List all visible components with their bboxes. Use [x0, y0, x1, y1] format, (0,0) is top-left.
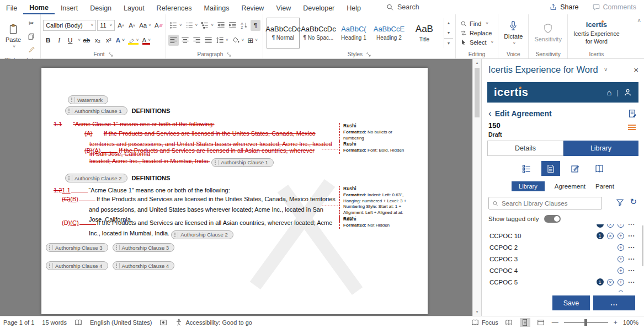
menu-tab-layout[interactable]: Layout	[118, 1, 151, 14]
deleted-intro-paragraph[interactable]: 1.1“Acme Clause 1” means one or both of …	[54, 119, 332, 130]
borders-button[interactable]: ⊞˅	[246, 35, 259, 46]
macro-record-button[interactable]	[159, 319, 167, 326]
style-heading1[interactable]: AaBbC( Heading 1	[337, 18, 370, 49]
subtab-library[interactable]: Library	[512, 181, 545, 191]
page-indicator[interactable]: Page 1 of 1	[3, 319, 34, 326]
grow-font-button[interactable]: A˄	[116, 20, 126, 31]
authorship-clause3-open-tag[interactable]: Authorship Clause 3	[46, 243, 108, 252]
content-control-handle-icon[interactable]	[70, 97, 75, 103]
paste-button[interactable]: Paste ˅	[2, 15, 24, 57]
scrollbar-thumb[interactable]	[475, 68, 480, 117]
cut-button[interactable]: ✂	[26, 18, 36, 29]
user-icon[interactable]	[624, 88, 632, 96]
add-clause-icon[interactable]: +	[618, 224, 624, 228]
authorship-clause4-close-tag[interactable]: Authorship Clause 4	[113, 261, 175, 270]
font-dialog-launcher-icon[interactable]	[109, 52, 113, 57]
add-clause-icon[interactable]: +	[618, 256, 624, 262]
content-control-handle-icon[interactable]	[115, 263, 120, 268]
content-control-handle-icon[interactable]	[48, 263, 53, 268]
document-canvas[interactable]: Watermark Authorship Clause 1 DEFINITION…	[0, 59, 472, 316]
underline-button[interactable]: U	[65, 35, 75, 46]
revision-callout[interactable]: Rushi Formatted: No bullets or numbering	[339, 123, 412, 141]
accessibility-status[interactable]: Accessibility: Good to go	[175, 319, 252, 326]
library-search-input[interactable]	[502, 200, 598, 207]
authorship-clause1-close-tag[interactable]: Authorship Clause 1	[211, 158, 274, 167]
row-more-icon[interactable]: …	[628, 265, 635, 273]
font-family-combo[interactable]: Calibri (Body) ˅	[43, 20, 96, 31]
add-clause-icon[interactable]: +	[618, 291, 624, 292]
collapse-ribbon-button[interactable]: ˄	[637, 18, 641, 24]
text-effects-button[interactable]: A˅	[115, 35, 126, 46]
menu-tab-review[interactable]: Review	[235, 1, 270, 14]
clause-row-partial[interactable]: × + …	[482, 224, 641, 230]
underline-caret-icon[interactable]: ˅	[78, 38, 81, 42]
show-formatting-marks-button[interactable]: ¶	[251, 20, 260, 31]
row-more-icon[interactable]: …	[628, 230, 635, 238]
refresh-icon[interactable]: ↻	[630, 197, 637, 207]
line-spacing-button[interactable]: ˅	[215, 35, 230, 46]
align-center-button[interactable]	[180, 35, 190, 46]
document-page[interactable]: Watermark Authorship Clause 1 DEFINITION…	[41, 68, 428, 314]
clauses-document-tab[interactable]	[541, 161, 560, 176]
zoom-in-button[interactable]: +	[614, 319, 618, 326]
details-list-tab[interactable]	[517, 161, 536, 176]
bullets-button[interactable]: ˅	[168, 20, 183, 31]
deleted-item-b-paragraph[interactable]: (B)(A)If the Products and Services are l…	[84, 146, 334, 167]
content-control-handle-icon[interactable]	[173, 232, 178, 238]
library-search-box[interactable]	[488, 197, 602, 209]
menu-tab-design[interactable]: Design	[84, 1, 118, 14]
clause-row[interactable]: CCPOC 10 1 × + …	[482, 230, 641, 241]
menu-tab-references[interactable]: References	[151, 1, 198, 14]
content-control-handle-icon[interactable]	[67, 108, 72, 114]
row-more-icon[interactable]: …	[628, 253, 635, 261]
home-icon[interactable]: ⌂	[607, 88, 612, 97]
agreement-document-icon[interactable]	[628, 109, 637, 119]
compose-tab[interactable]	[566, 161, 584, 176]
scroll-up-icon[interactable]: ▴	[473, 59, 481, 67]
styles-dialog-launcher-icon[interactable]	[366, 52, 371, 57]
superscript-button[interactable]: x²	[104, 35, 114, 46]
add-clause-icon[interactable]: +	[618, 279, 624, 286]
style-normal[interactable]: AaBbCcDc ¶ Normal	[267, 18, 300, 49]
increase-indent-button[interactable]	[227, 20, 238, 31]
authorship-clause2-close-tag[interactable]: Authorship Clause 2	[171, 230, 233, 239]
styles-gallery-up-button[interactable]: ▴	[444, 18, 453, 28]
zoom-level[interactable]: 100%	[623, 319, 638, 326]
align-left-button[interactable]	[168, 35, 179, 46]
panel-menu-caret-icon[interactable]: ˅	[604, 67, 608, 73]
proofing-status[interactable]	[74, 319, 82, 326]
clause-row[interactable]: CCPOC 5 1 × + …	[482, 276, 641, 288]
clear-formatting-button[interactable]: A	[153, 20, 163, 31]
row-more-icon[interactable]: …	[628, 224, 635, 227]
edit-agreement-header[interactable]: ‹ Edit Agreement	[488, 108, 637, 119]
tab-details[interactable]: Details	[487, 141, 563, 156]
clause-row[interactable]: CCPOC 6 + …	[482, 288, 641, 292]
shrink-font-button[interactable]: A˅	[127, 20, 137, 31]
filter-funnel-icon[interactable]	[616, 198, 624, 207]
web-layout-button[interactable]	[536, 318, 546, 327]
change-case-button[interactable]: Aa˅	[138, 20, 152, 31]
menu-tab-insert[interactable]: Insert	[55, 1, 84, 14]
revision-callout[interactable]: Rushi Formatted: Font: Bold, Hidden	[339, 141, 412, 154]
subscript-button[interactable]: x₂	[93, 35, 103, 46]
comments-button[interactable]: Comments	[592, 3, 636, 11]
bold-button[interactable]: B	[43, 35, 53, 46]
numbering-button[interactable]: ˅	[184, 20, 199, 31]
add-clause-icon[interactable]: +	[618, 233, 624, 239]
italic-button[interactable]: I	[54, 35, 64, 46]
styles-gallery-down-button[interactable]: ▾	[444, 28, 453, 38]
read-mode-button[interactable]	[504, 318, 514, 327]
replace-button[interactable]: Replace	[460, 30, 493, 36]
dictate-button[interactable]: Dictate ˅	[501, 15, 526, 50]
focus-mode-button[interactable]: Focus	[471, 319, 498, 326]
clause-row[interactable]: CCPOC 3 + …	[482, 253, 641, 265]
zoom-out-button[interactable]: —	[552, 319, 558, 326]
style-no-spacing[interactable]: AaBbCcDc ¶ No Spac...	[302, 18, 335, 49]
revision-callout[interactable]: Rushi Formatted: Not Hidden	[339, 216, 412, 229]
decrease-indent-button[interactable]	[216, 20, 226, 31]
multilevel-list-button[interactable]: ˅	[200, 20, 215, 31]
panel-scrollbar[interactable]	[642, 225, 643, 266]
content-control-handle-icon[interactable]	[48, 245, 53, 250]
zoom-slider[interactable]	[564, 322, 608, 323]
icertis-addin-button[interactable]: icertis Icertis Experience for Word	[570, 15, 623, 50]
